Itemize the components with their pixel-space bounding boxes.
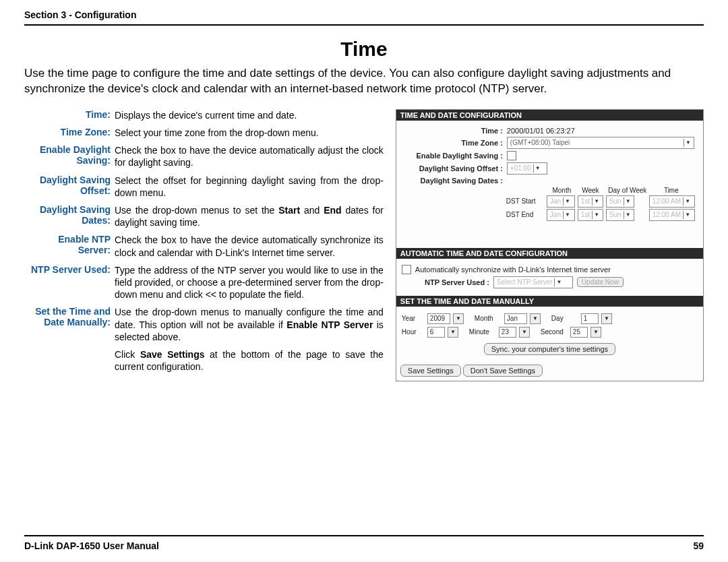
select-ntp-server[interactable]: Select NTP Server ▼ [493,276,573,288]
intro-paragraph: Use the time page to configure the time … [24,66,704,97]
dst-end-label: DST End [506,211,547,218]
chevron-down-icon: ▼ [554,278,563,286]
dst-hdr-month: Month [547,187,577,194]
dst-hdr-time: Time [651,187,692,194]
select-value: Jan [550,197,561,205]
footer-left: D-Link DAP-1650 User Manual [24,540,159,551]
update-now-button[interactable]: Update Now [577,277,624,287]
section-header-time: TIME AND DATE CONFIGURATION [396,110,703,121]
label-year: Year [402,315,425,322]
select-year[interactable]: ▼ [453,313,464,324]
select-second[interactable]: ▼ [590,327,601,338]
select-timezone[interactable]: (GMT+08:00) Taipei ▼ [507,137,694,149]
bold: End [324,205,341,216]
label-timezone: Time Zone : [402,139,507,147]
chevron-down-icon: ▼ [592,211,601,219]
text: Click [115,349,140,360]
select-dst-start-time[interactable]: 12:00 AM▼ [649,195,695,208]
select-month[interactable]: ▼ [530,313,541,324]
chevron-down-icon: ▼ [624,197,632,206]
chevron-down-icon: ▼ [563,197,572,206]
label-dst-offset: Daylight Saving Offset : [402,164,507,173]
checkbox-auto-sync[interactable] [402,265,411,274]
chevron-down-icon: ▼ [592,197,601,206]
select-dst-end-month[interactable]: Jan▼ [547,209,575,221]
value-minute: 23 [499,327,516,338]
def-label-time: Time: [24,109,115,121]
dst-hdr-week: Week [577,187,604,194]
value-day: 1 [581,313,599,324]
chevron-down-icon: ▼ [533,164,542,173]
def-label-enable-ntp: Enable NTP Server: [24,234,115,258]
select-dst-end-dow[interactable]: Sun▼ [606,209,634,221]
label-auto-sync: Automatically synchronize with D-Link's … [415,266,611,274]
section-header-manual: SET THE TIME AND DATE MANUALLY [396,296,703,307]
def-label-set-manually: Set the Time and Date Manually: [24,306,115,343]
select-day[interactable]: ▼ [601,313,612,324]
value-hour: 6 [427,327,445,338]
dst-hdr-dow: Day of Week [604,187,651,194]
select-minute[interactable]: ▼ [519,327,530,338]
select-dst-end-time[interactable]: 12:00 AM▼ [649,209,695,221]
select-dst-start-month[interactable]: Jan▼ [547,195,575,208]
select-value: (GMT+08:00) Taipei [510,139,570,146]
text: and [300,205,324,216]
def-label-ntp-server: NTP Server Used: [24,264,115,301]
def-label-dst-offset: Daylight Saving Offset: [24,175,115,199]
select-value: 12:00 AM [653,211,681,218]
section-header: Section 3 - Configuration [24,9,704,26]
select-dst-offset[interactable]: +01:00 ▼ [507,162,547,175]
def-value-ntp-server: Type the address of the NTP server you w… [115,264,384,301]
dst-start-label: DST Start [506,197,547,205]
chevron-down-icon: ▼ [683,211,692,219]
select-value: Sun [609,211,621,218]
page-title: Time [24,38,704,61]
def-label-dst-dates: Daylight Saving Dates: [24,204,115,228]
select-value: +01:00 [510,164,531,172]
def-value-set-manually: Use the drop-down menus to manually conf… [115,306,384,343]
chevron-down-icon: ▼ [624,211,632,219]
label-hour: Hour [402,328,425,336]
chevron-down-icon: ▼ [683,197,692,206]
def-value-enable-ntp: Check the box to have the device automat… [115,234,384,258]
save-settings-button[interactable]: Save Settings [400,365,461,377]
select-value: Jan [550,211,561,218]
sync-computer-button[interactable]: Sync. your computer's time settings [484,343,615,355]
select-value: 1st [581,211,590,218]
chevron-down-icon: ▼ [563,211,572,219]
def-value-enable-dst: Check the box to have the device automat… [115,144,384,168]
label-day: Day [551,315,578,322]
dont-save-settings-button[interactable]: Don't Save Settings [463,365,543,377]
value-month: Jan [504,313,527,324]
label-enable-dst: Enable Daylight Saving : [402,152,507,160]
select-dst-start-dow[interactable]: Sun▼ [606,195,634,208]
def-value-time: Displays the device's current time and d… [115,109,384,121]
def-value-timezone: Select your time zone from the drop-down… [115,127,384,139]
select-dst-start-week[interactable]: 1st▼ [578,195,603,208]
section-header-auto: AUTOMATIC TIME AND DATE CONFIGURATION [396,248,703,259]
def-value-dst-offset: Select the offset for beginning daylight… [115,175,384,199]
checkbox-enable-dst[interactable] [507,151,516,160]
select-hour[interactable]: ▼ [448,327,458,338]
label-ntp-server: NTP Server Used : [402,278,493,286]
label-time: Time : [402,127,507,135]
label-dst-dates: Daylight Saving Dates : [402,177,507,185]
footer-page-number: 59 [693,540,704,551]
label-month: Month [475,315,502,322]
bold: Save Settings [140,349,205,360]
label-minute: Minute [469,328,496,336]
config-panel: TIME AND DATE CONFIGURATION Time : 2000/… [396,109,704,381]
value-second: 25 [570,327,588,338]
select-value: Select NTP Server [497,278,553,286]
def-label-timezone: Time Zone: [24,127,115,139]
bold: Enable NTP Server [286,319,373,330]
select-value: 1st [581,197,590,205]
bold: Start [278,205,300,216]
value-year: 2009 [427,313,450,324]
label-second: Second [541,328,568,336]
def-label-enable-dst: Enable Daylight Saving: [24,144,115,168]
def-label-empty [24,348,115,373]
def-value-dst-dates: Use the drop-down menus to set the Start… [115,204,384,228]
value-time: 2000/01/01 06:23:27 [507,127,575,135]
select-dst-end-week[interactable]: 1st▼ [578,209,603,221]
